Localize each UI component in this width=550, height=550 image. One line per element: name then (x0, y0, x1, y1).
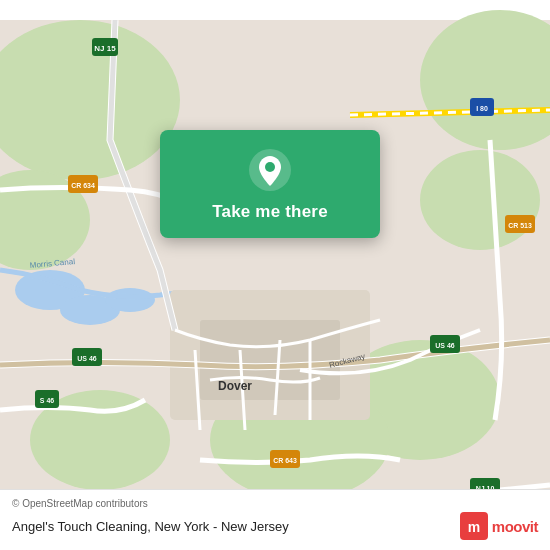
svg-text:I 80: I 80 (476, 105, 488, 112)
moovit-logo: m moovit (460, 512, 538, 540)
svg-text:NJ 15: NJ 15 (94, 44, 116, 53)
map-container: NJ 15 CR 634 I 80 CR 513 US 46 S 46 NJ 1… (0, 0, 550, 550)
take-me-there-button[interactable]: Take me there (212, 202, 328, 222)
location-pin-icon (248, 148, 292, 192)
location-info-row: Angel's Touch Cleaning, New York - New J… (12, 512, 538, 540)
svg-text:CR 634: CR 634 (71, 182, 95, 189)
svg-text:US 46: US 46 (435, 342, 455, 349)
copyright: © OpenStreetMap contributors (12, 498, 538, 509)
svg-text:US 46: US 46 (77, 355, 97, 362)
map-background: NJ 15 CR 634 I 80 CR 513 US 46 S 46 NJ 1… (0, 0, 550, 550)
svg-text:S 46: S 46 (40, 397, 55, 404)
svg-text:Dover: Dover (218, 379, 252, 393)
svg-point-10 (105, 288, 155, 312)
moovit-icon: m (460, 512, 488, 540)
svg-text:m: m (468, 519, 480, 535)
moovit-brand-text: moovit (492, 518, 538, 535)
svg-text:CR 643: CR 643 (273, 457, 297, 464)
location-label: Angel's Touch Cleaning, New York - New J… (12, 519, 289, 534)
svg-point-35 (265, 162, 275, 172)
cta-card[interactable]: Take me there (160, 130, 380, 238)
svg-text:CR 513: CR 513 (508, 222, 532, 229)
svg-point-4 (420, 150, 540, 250)
bottom-bar: © OpenStreetMap contributors Angel's Tou… (0, 489, 550, 550)
